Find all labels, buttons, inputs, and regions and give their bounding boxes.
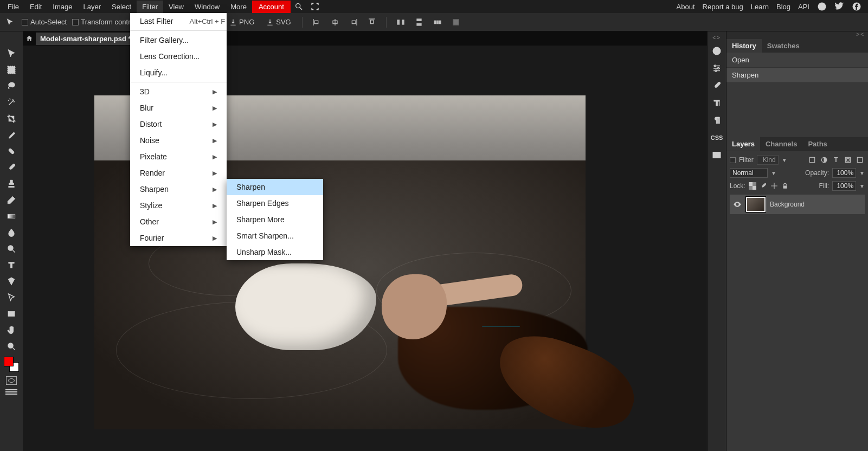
dodge-tool-icon[interactable] [3,241,20,257]
type-tool-icon[interactable] [3,257,20,273]
smart-sharpen[interactable]: Smart Sharpen... [227,228,323,244]
filter-fourier[interactable]: Fourier▶ [130,230,227,246]
wand-tool-icon[interactable] [3,94,20,111]
sharpen-sharpen[interactable]: Sharpen [227,179,323,195]
lock-all-icon[interactable] [781,182,789,190]
blend-mode-select[interactable]: Normal [730,168,768,178]
history-row-sharpen[interactable]: Sharpen [726,68,868,83]
history-row-open[interactable]: Open [726,53,868,68]
filter-pixel-icon[interactable] [807,155,817,165]
sharpen-more[interactable]: Sharpen More [227,211,323,228]
export-png-button[interactable]: PNG [226,18,258,26]
tab-layers[interactable]: Layers [726,137,760,151]
filter-adjust-icon[interactable] [819,155,829,165]
eyedropper-tool-icon[interactable] [3,127,20,143]
distribute-v-icon[interactable] [413,16,426,29]
filter-type-icon[interactable]: T [831,155,841,165]
blur-tool-icon[interactable] [3,224,20,241]
align-left-icon[interactable] [310,16,323,29]
lock-transparency-icon[interactable] [749,182,756,190]
gradient-tool-icon[interactable] [3,208,20,224]
filter-other[interactable]: Other▶ [130,214,227,230]
link-blog[interactable]: Blog [776,3,790,11]
document-tab[interactable]: Model-smart-sharpen.psd * × [36,33,143,45]
align-right-icon[interactable] [347,16,360,29]
quickmask-icon[interactable] [6,376,17,385]
info-panel-icon[interactable] [708,42,726,60]
link-api[interactable]: API [798,3,809,11]
distribute-spacing-icon[interactable] [431,16,444,29]
heal-tool-icon[interactable] [3,143,20,159]
crop-tool-icon[interactable] [3,111,20,127]
filter-sharpen[interactable]: Sharpen▶ [130,181,227,197]
menu-file[interactable]: File [2,1,24,13]
filter-shape-icon[interactable] [843,155,853,165]
tab-history[interactable]: History [726,39,762,53]
lasso-tool-icon[interactable] [3,78,20,94]
layer-visibility-icon[interactable] [733,200,742,209]
home-icon[interactable] [23,31,36,46]
align-center-h-icon[interactable] [329,16,342,29]
fullscreen-icon[interactable] [307,0,323,13]
unsharp-mask[interactable]: Unsharp Mask... [227,244,323,260]
filter-noise[interactable]: Noise▶ [130,132,227,149]
menu-edit[interactable]: Edit [24,1,47,13]
layer-filter-kind[interactable]: Kind [757,155,779,165]
search-icon[interactable] [291,0,307,13]
link-report-bug[interactable]: Report a bug [703,3,743,11]
color-swatch[interactable] [4,357,19,372]
menu-view[interactable]: View [163,1,189,13]
css-panel-icon[interactable]: CSS [708,129,726,146]
filter-pixelate[interactable]: Pixelate▶ [130,149,227,165]
filter-blur[interactable]: Blur▶ [130,100,227,116]
more-align-icon[interactable] [449,16,462,29]
filter-3d[interactable]: 3D▶ [130,83,227,100]
brush-panel-icon[interactable] [708,77,726,94]
filter-last-filter[interactable]: Last FilterAlt+Ctrl + F [130,13,227,29]
layer-filter-checkbox[interactable] [730,157,736,163]
menu-select[interactable]: Select [106,1,137,13]
opacity-value[interactable]: 100% [832,168,856,178]
pen-tool-icon[interactable] [3,273,20,289]
sharpen-edges[interactable]: Sharpen Edges [227,195,323,211]
path-select-tool-icon[interactable] [3,289,20,306]
move-tool-icon[interactable] [3,46,20,62]
tab-paths[interactable]: Paths [802,137,832,151]
paragraph-panel-icon[interactable] [708,112,726,129]
twitter-icon[interactable] [834,2,844,11]
zoom-tool-icon[interactable] [3,338,20,355]
transform-controls-option[interactable]: Transform controls [72,18,139,26]
lock-pixels-icon[interactable] [760,182,767,190]
filter-distort[interactable]: Distort▶ [130,116,227,132]
reddit-icon[interactable] [817,2,827,11]
menu-image[interactable]: Image [47,1,78,13]
filter-liquify[interactable]: Liquify... [130,65,227,81]
align-top-icon[interactable] [365,16,378,29]
menu-more[interactable]: More [225,1,252,13]
layer-row-background[interactable]: Background [730,195,865,214]
hand-tool-icon[interactable] [3,322,20,338]
panels-collapse-handle[interactable]: >< [726,31,868,39]
brush-tool-icon[interactable] [3,159,20,176]
lock-position-icon[interactable] [770,182,778,190]
marquee-tool-icon[interactable] [3,62,20,78]
filter-lens-correction[interactable]: Lens Correction... [130,48,227,65]
filter-stylize[interactable]: Stylize▶ [130,197,227,214]
screenmode-icon[interactable] [5,389,17,397]
distribute-h-icon[interactable] [394,16,407,29]
menu-account[interactable]: Account [252,1,291,13]
menu-filter[interactable]: Filter [137,1,163,13]
character-panel-icon[interactable] [708,94,726,112]
filter-smart-icon[interactable] [855,155,865,165]
image-panel-icon[interactable] [708,146,726,164]
link-learn[interactable]: Learn [751,3,769,11]
shape-tool-icon[interactable] [3,306,20,322]
tab-channels[interactable]: Channels [760,137,803,151]
filter-gallery[interactable]: Filter Gallery... [130,32,227,48]
facebook-icon[interactable] [852,2,861,11]
rail-collapse-handle[interactable]: <> [708,35,726,42]
fill-value[interactable]: 100% [832,181,856,191]
export-svg-button[interactable]: SVG [263,18,294,26]
stamp-tool-icon[interactable] [3,176,20,192]
menu-window[interactable]: Window [189,1,225,13]
